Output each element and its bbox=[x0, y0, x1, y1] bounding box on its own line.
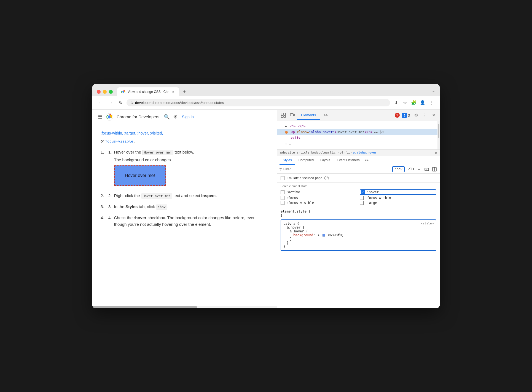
step2-code: Hover over me! bbox=[141, 194, 172, 198]
focus-visible-checkbox[interactable] bbox=[281, 201, 284, 205]
more-tabs-button[interactable]: >> bbox=[320, 111, 332, 120]
devtools-header-right: 1 3 ⚙ ⋮ ✕ bbox=[395, 111, 437, 119]
breadcrumb-item-p[interactable]: p.aloha.hover bbox=[353, 151, 377, 154]
url-path: /docs/devtools/css#pseudostates bbox=[171, 101, 224, 105]
aloha-rule-row: <style> .aloha { &.hover { &:hover { bac… bbox=[281, 219, 436, 252]
breadcrumb-left-arrow[interactable]: ◀ bbox=[280, 151, 281, 155]
dom-line-1[interactable]: ▶ <p>…</p> bbox=[281, 123, 436, 130]
computed-sidebar-icon[interactable] bbox=[431, 166, 437, 172]
new-style-rule-icon[interactable] bbox=[424, 166, 430, 172]
color-swatch[interactable] bbox=[323, 234, 325, 237]
device-toolbar-icon[interactable] bbox=[288, 111, 296, 119]
title-bar: View and change CSS | Chr × + ⌄ bbox=[92, 84, 440, 96]
search-icon[interactable]: 🔍 bbox=[164, 114, 170, 120]
bookmark-icon[interactable]: ☆ bbox=[401, 99, 409, 107]
active-checkbox[interactable] bbox=[281, 190, 284, 194]
help-icon[interactable]: ? bbox=[324, 176, 329, 180]
emulate-focused-page-line: Emulate a focused page ? bbox=[281, 176, 436, 180]
breakpoint-icon bbox=[285, 131, 288, 134]
maximize-button[interactable] bbox=[109, 90, 113, 94]
focus-checkbox[interactable] bbox=[281, 196, 284, 200]
main-content: ☰ Chrome for Developers 🔍 ☀ Sign in bbox=[92, 110, 440, 308]
state-focus-visible: :focus-visible bbox=[281, 201, 358, 205]
emulate-section: Emulate a focused page ? bbox=[277, 174, 440, 183]
add-style-rule-icon[interactable]: + bbox=[416, 166, 422, 172]
focus-within-label: :focus-within bbox=[365, 196, 391, 200]
download-icon[interactable]: ⬇ bbox=[392, 99, 400, 107]
step-1: 1. Hover over the Hover over me! text be… bbox=[101, 149, 269, 188]
web-page: ☰ Chrome for Developers 🔍 ☀ Sign in bbox=[92, 110, 277, 308]
devtools-close-icon[interactable]: ✕ bbox=[430, 111, 437, 119]
aloha-close: } bbox=[283, 245, 434, 249]
tab-close-button[interactable]: × bbox=[171, 90, 175, 94]
theme-toggle-icon[interactable]: ☀ bbox=[173, 114, 178, 120]
reload-button[interactable]: ↻ bbox=[117, 99, 124, 107]
svg-rect-12 bbox=[404, 116, 405, 117]
tab-more[interactable]: >> bbox=[363, 156, 370, 165]
aloha-rule: <style> .aloha { &.hover { &:hover { bac… bbox=[281, 219, 436, 251]
dom-line-3[interactable]: </li> bbox=[281, 135, 436, 141]
focus-visible-link[interactable]: focus-visible bbox=[105, 139, 133, 143]
target-checkbox[interactable] bbox=[360, 201, 364, 205]
sign-in-button[interactable]: Sign in bbox=[182, 115, 194, 119]
breadcrumb-item-li[interactable]: li bbox=[346, 151, 350, 154]
inspector-icon[interactable] bbox=[280, 111, 287, 119]
page-content: :focus-within, :target, :hover, :visited… bbox=[92, 124, 277, 306]
emulate-focused-page-checkbox[interactable] bbox=[281, 176, 284, 180]
new-tab-button[interactable]: + bbox=[180, 88, 189, 96]
breadcrumb-right-arrow[interactable]: ▶ bbox=[436, 151, 437, 155]
url-text: developer.chrome.com/docs/devtools/css#p… bbox=[135, 101, 386, 105]
focus-visible-line: or focus-visible . bbox=[101, 139, 269, 143]
tab-computed[interactable]: Computed bbox=[295, 156, 317, 165]
filter-icon: ▽ bbox=[280, 167, 282, 171]
focus-within-checkbox[interactable] bbox=[360, 196, 364, 200]
dom-line-4[interactable]: : … bbox=[281, 141, 436, 147]
state-active: :active bbox=[281, 189, 358, 195]
hover-checkbox[interactable] bbox=[361, 190, 365, 194]
forward-button[interactable]: → bbox=[107, 99, 114, 107]
menu-icon[interactable]: ⋮ bbox=[428, 99, 435, 107]
breadcrumb-item-ol[interactable]: ol bbox=[340, 151, 343, 154]
tab-event-listeners[interactable]: Event Listeners bbox=[334, 156, 363, 165]
tab-styles[interactable]: Styles bbox=[280, 156, 295, 165]
minimize-button[interactable] bbox=[103, 90, 107, 94]
cls-badge[interactable]: .cls bbox=[406, 167, 414, 171]
dropdown-icon[interactable]: ⌄ bbox=[432, 88, 435, 95]
hov-badge[interactable]: :hov bbox=[392, 166, 405, 172]
dom-scrollbar[interactable] bbox=[437, 121, 440, 149]
dom-line-2-selected[interactable]: <p class="aloha hover">Hover over me!</p… bbox=[277, 129, 440, 135]
tabs-row: View and change CSS | Chr × + bbox=[117, 87, 429, 96]
site-name: Chrome for Developers bbox=[117, 114, 159, 119]
dom-scrollbar-thumb bbox=[438, 124, 439, 138]
step1-text-after: text below. bbox=[173, 150, 194, 154]
emulate-label: Emulate a focused page bbox=[287, 176, 322, 180]
horizontal-scrollbar[interactable] bbox=[92, 306, 277, 308]
active-tab[interactable]: View and change CSS | Chr × bbox=[117, 87, 179, 96]
elements-tab[interactable]: Elements bbox=[297, 111, 320, 120]
step1-text-before: Hover over the bbox=[114, 150, 143, 154]
hover-box[interactable]: Hover over me! bbox=[114, 165, 166, 186]
triangle-icon[interactable] bbox=[318, 234, 319, 236]
element-style-rule: element.style { } bbox=[281, 210, 436, 217]
url-domain: developer.chrome.com bbox=[135, 101, 171, 105]
url-bar[interactable]: ⊙ developer.chrome.com/docs/devtools/css… bbox=[127, 99, 390, 106]
devtools-more-icon[interactable]: ⋮ bbox=[421, 111, 429, 119]
svg-rect-8 bbox=[290, 114, 293, 116]
settings-icon[interactable]: ⚙ bbox=[412, 111, 420, 119]
svg-rect-9 bbox=[293, 114, 294, 116]
breadcrumb-item-1[interactable]: devsite-article-body.clearfix. bbox=[282, 151, 337, 154]
back-button[interactable]: ← bbox=[97, 99, 104, 107]
warning-icon bbox=[402, 113, 407, 118]
tab-layout[interactable]: Layout bbox=[317, 156, 334, 165]
hamburger-icon[interactable]: ☰ bbox=[98, 114, 102, 120]
page-header: ☰ Chrome for Developers 🔍 ☀ Sign in bbox=[92, 110, 277, 124]
step3-code: :hov bbox=[156, 205, 167, 210]
svg-rect-13 bbox=[425, 168, 429, 171]
profile-icon[interactable]: 👤 bbox=[419, 99, 426, 107]
close-button[interactable] bbox=[97, 90, 101, 94]
element-style-selector: element.style { bbox=[281, 210, 310, 213]
filter-input[interactable] bbox=[283, 167, 391, 171]
extensions-icon[interactable]: 🧩 bbox=[410, 99, 418, 107]
expand-icon[interactable]: ▶ bbox=[285, 124, 287, 128]
scrollbar-thumb bbox=[92, 306, 197, 308]
